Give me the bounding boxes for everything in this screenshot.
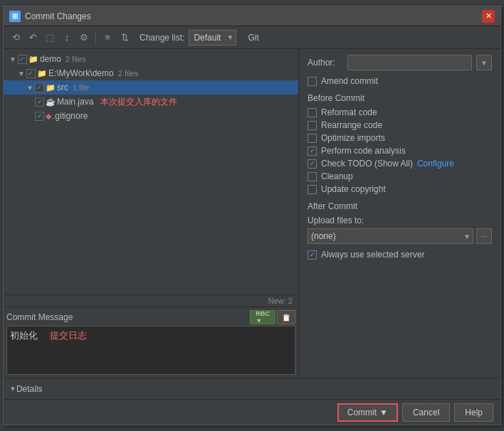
checkbox-main[interactable]: ✓: [35, 97, 44, 107]
dialog-title: Commit Changes: [25, 11, 91, 21]
tree-count-demo: 2 files: [65, 55, 86, 63]
optimize-imports-row: Optimize imports: [308, 133, 492, 143]
tree-label-work: E:\MyWork\demo: [48, 68, 114, 78]
bottom-buttons: Commit ▼ Cancel Help: [337, 403, 493, 422]
toolbar: ⟲ ↶ ⬚ ↕ ⚙ ≡ ⇅ Change list: Default ▼ Git: [4, 26, 500, 49]
tree-count-work: 2 files: [118, 69, 139, 78]
close-button[interactable]: ✕: [482, 10, 495, 23]
commit-button[interactable]: Commit ▼: [337, 403, 398, 422]
details-section[interactable]: ▼ Details · · · · · · · · · · · · · · · …: [4, 378, 500, 399]
tree-item-work[interactable]: ▼ ✓ 📁 E:\MyWork\demo 2 files: [4, 66, 298, 80]
commit-button-label: Commit: [347, 408, 377, 417]
author-input[interactable]: [347, 55, 472, 70]
configure-link[interactable]: Configure: [417, 159, 454, 169]
commit-msg-actions: RBC▼ 📋: [250, 310, 295, 324]
cleanup-label: Cleanup: [321, 171, 353, 181]
optimize-imports-checkbox[interactable]: [308, 134, 317, 143]
expand-button[interactable]: ≡: [100, 30, 115, 46]
chevron-icon-src: ▼: [26, 84, 33, 92]
commit-message-area: Commit Message RBC▼ 📋 初始化 提交日志: [4, 307, 298, 378]
code-analysis-checkbox[interactable]: ✓: [308, 147, 317, 156]
changelist-area: Change list: Default ▼ Git: [140, 30, 259, 46]
tree-item-gitignore[interactable]: ✓ ◆ .gitignore: [4, 109, 298, 123]
details-label: Details: [16, 384, 43, 394]
bottom-bar: Commit ▼ Cancel Help: [4, 399, 500, 425]
toolbar-separator: [95, 31, 96, 44]
help-button[interactable]: Help: [454, 403, 493, 422]
checkbox-demo[interactable]: ✓: [18, 55, 27, 64]
commit-msg-header: Commit Message RBC▼ 📋: [6, 310, 295, 324]
code-analysis-row: ✓ Perform code analysis: [308, 146, 492, 156]
folder-icon: 📁: [28, 55, 38, 64]
optimize-imports-label: Optimize imports: [321, 133, 385, 143]
title-bar: ⊞ Commit Changes ✕: [4, 6, 500, 26]
update-copyright-row: Update copyright: [308, 184, 492, 194]
move-button[interactable]: ↕: [59, 30, 75, 46]
check-todo-label: Check TODO (Show All): [321, 159, 413, 169]
title-bar-left: ⊞ Commit Changes: [9, 11, 91, 22]
always-use-label: Always use selected server: [321, 250, 424, 260]
java-icon: ☕: [46, 97, 56, 107]
tree-label-demo: demo: [40, 54, 61, 64]
main-content: ▼ ✓ 📁 demo 2 files ▼ ✓ 📁 E:\MyWork\demo …: [4, 49, 500, 378]
chevron-icon-work: ▼: [18, 70, 25, 78]
details-chevron-icon: ▼: [9, 385, 16, 393]
commit-text-display[interactable]: 初始化 提交日志: [6, 326, 295, 375]
before-commit-title: Before Commit: [308, 93, 492, 103]
new-badge: New: 2: [4, 294, 298, 307]
checkbox-gitignore[interactable]: ✓: [35, 112, 44, 121]
cancel-button[interactable]: Cancel: [402, 403, 450, 422]
update-copyright-label: Update copyright: [321, 184, 386, 194]
tree-item-src[interactable]: ▼ ✓ 📁 src 1 file: [4, 80, 298, 95]
tree-item-demo[interactable]: ▼ ✓ 📁 demo 2 files: [4, 52, 298, 66]
settings-button[interactable]: ⚙: [76, 30, 92, 46]
git-label: Git: [248, 33, 258, 43]
diamond-icon: ◆: [46, 112, 51, 121]
check-todo-checkbox[interactable]: ✓: [308, 159, 317, 169]
right-panel: Author: ▼ Amend commit Before Commit Ref…: [299, 49, 500, 378]
tree-item-main[interactable]: ✓ ☕ Main.java 本次提交入库的文件: [4, 95, 298, 109]
tree-label-gitignore: .gitignore: [53, 111, 88, 121]
changelist-select[interactable]: Default: [189, 30, 236, 46]
commit-dropdown-arrow-icon[interactable]: ▼: [379, 408, 388, 417]
author-dropdown-button[interactable]: ▼: [476, 55, 492, 70]
rollback-button[interactable]: ↶: [25, 30, 41, 46]
amend-commit-row: Amend commit: [308, 76, 492, 86]
file-annotation: 本次提交入库的文件: [100, 96, 177, 108]
amend-commit-checkbox[interactable]: [308, 77, 317, 86]
reformat-code-checkbox[interactable]: [308, 108, 317, 117]
details-separator: · · · · · · · · · · · · · · · · · · · · …: [48, 383, 495, 394]
rearrange-code-checkbox[interactable]: [308, 121, 317, 130]
amend-commit-label: Amend commit: [321, 76, 378, 86]
checkbox-work[interactable]: ✓: [26, 69, 36, 78]
dialog-icon: ⊞: [9, 11, 21, 22]
upload-select[interactable]: (none): [308, 228, 473, 244]
folder-icon-work: 📁: [37, 69, 47, 78]
code-analysis-label: Perform code analysis: [321, 146, 406, 156]
upload-dropdown-wrapper: (none) ▼: [308, 228, 473, 244]
always-use-checkbox[interactable]: ✓: [308, 250, 317, 260]
reformat-code-row: Reformat code: [308, 107, 492, 117]
cleanup-row: Cleanup: [308, 171, 492, 181]
diff-button[interactable]: ⬚: [42, 30, 58, 46]
checkbox-src[interactable]: ✓: [35, 83, 44, 92]
rbc-button[interactable]: RBC▼: [250, 310, 275, 324]
commit-msg-label: Commit Message: [6, 312, 73, 322]
folder-icon-src: 📁: [46, 83, 56, 92]
commit-dialog: ⊞ Commit Changes ✕ ⟲ ↶ ⬚ ↕ ⚙ ≡ ⇅ Change …: [3, 6, 501, 425]
after-commit-title: After Commit: [308, 201, 492, 211]
update-copyright-checkbox[interactable]: [308, 185, 317, 194]
file-tree[interactable]: ▼ ✓ 📁 demo 2 files ▼ ✓ 📁 E:\MyWork\demo …: [4, 49, 298, 294]
commit-msg-history-button[interactable]: 📋: [277, 310, 295, 324]
rearrange-code-label: Rearrange code: [321, 120, 382, 130]
rearrange-code-row: Rearrange code: [308, 120, 492, 130]
upload-label: Upload files to:: [308, 216, 492, 225]
author-label: Author:: [308, 58, 343, 68]
commit-text-cn: 初始化: [10, 330, 38, 341]
tree-label-main: Main.java: [57, 97, 93, 107]
check-todo-row: ✓ Check TODO (Show All) Configure: [308, 159, 492, 169]
cleanup-checkbox[interactable]: [308, 172, 317, 181]
sort-button[interactable]: ⇅: [117, 30, 132, 46]
upload-more-button[interactable]: ···: [476, 228, 492, 244]
refresh-button[interactable]: ⟲: [8, 30, 23, 46]
